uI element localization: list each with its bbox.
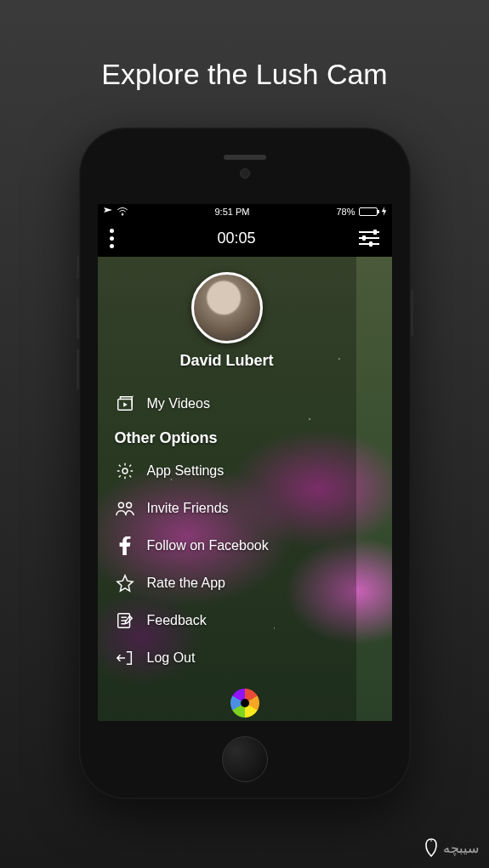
filters-button[interactable] (359, 231, 379, 245)
menu-label: Invite Friends (147, 501, 229, 516)
volume-up-button (77, 298, 79, 338)
menu-item-invite-friends[interactable]: Invite Friends (113, 490, 341, 527)
star-icon (115, 573, 135, 593)
logout-icon (115, 648, 135, 668)
menu-item-my-videos[interactable]: My Videos (113, 385, 341, 423)
menu-item-follow-facebook[interactable]: Follow on Facebook (113, 527, 341, 564)
svg-point-6 (430, 840, 432, 842)
gear-icon (115, 461, 135, 481)
username-label: David Lubert (113, 352, 341, 370)
airplane-icon (103, 206, 113, 218)
feedback-icon (115, 610, 135, 631)
watermark: سیبچه (423, 837, 479, 858)
svg-point-3 (118, 502, 123, 508)
menu-label: Log Out (147, 650, 196, 666)
power-button (411, 289, 413, 336)
menu-item-feedback[interactable]: Feedback (113, 602, 341, 639)
menu-label: Feedback (147, 613, 207, 628)
menu-item-app-settings[interactable]: App Settings (113, 452, 341, 490)
more-menu-button[interactable] (110, 229, 114, 248)
mute-switch (77, 255, 79, 279)
shutter-logo-icon[interactable] (230, 689, 259, 718)
screen: 9:51 PM 78% 00:05 David Lubert (98, 204, 392, 721)
avatar[interactable] (191, 272, 263, 343)
phone-frame: 9:51 PM 78% 00:05 David Lubert (79, 128, 411, 799)
facebook-icon (115, 536, 135, 556)
wifi-icon (117, 207, 128, 218)
camera-preview: David Lubert My Videos Other Options App… (98, 257, 392, 721)
watermark-text: سیبچه (443, 840, 479, 856)
section-other-options: Other Options (115, 429, 341, 447)
promo-title: Explore the Lush Cam (0, 58, 489, 91)
svg-point-4 (126, 502, 131, 508)
home-button[interactable] (222, 736, 268, 782)
menu-label: App Settings (147, 463, 225, 479)
battery-pct: 78% (336, 207, 355, 217)
status-time: 9:51 PM (215, 207, 250, 217)
menu-label: My Videos (147, 396, 210, 411)
menu-item-logout[interactable]: Log Out (113, 639, 341, 677)
battery-icon (359, 207, 378, 216)
svg-point-0 (122, 213, 122, 214)
videos-icon (115, 394, 135, 414)
status-bar: 9:51 PM 78% (98, 204, 392, 219)
menu-label: Rate the App (147, 576, 226, 591)
svg-point-2 (122, 468, 128, 474)
side-menu: David Lubert My Videos Other Options App… (98, 257, 356, 721)
menu-label: Follow on Facebook (147, 538, 269, 553)
toolbar: 00:05 (98, 219, 392, 257)
charging-icon (381, 207, 387, 218)
recording-timer: 00:05 (217, 230, 255, 247)
volume-down-button (77, 349, 79, 389)
menu-item-rate-app[interactable]: Rate the App (113, 564, 341, 602)
friends-icon (115, 498, 135, 519)
